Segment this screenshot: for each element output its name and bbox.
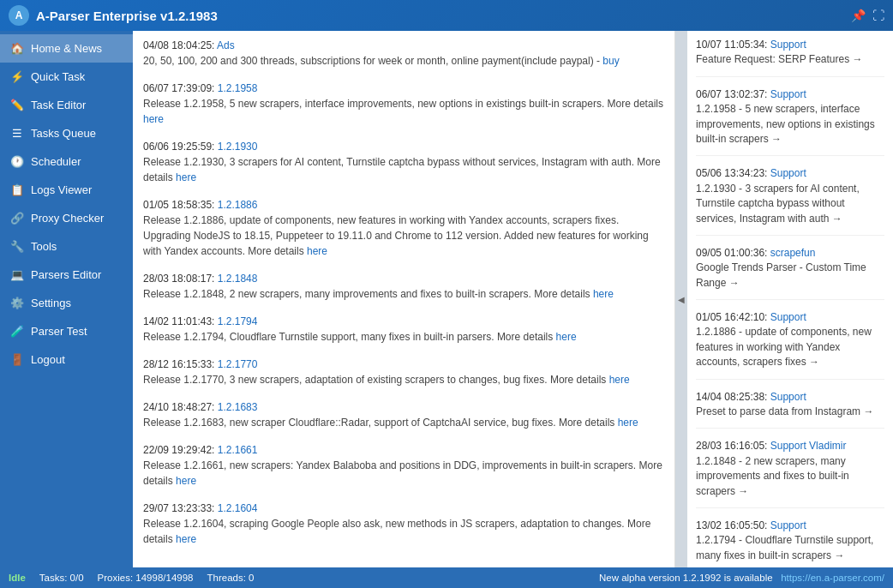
right-item-body: 1.2.1794 - Cloudflare Turnstile support,… [696,533,884,563]
sidebar-item-home-news[interactable]: 🏠 Home & News [0,34,133,63]
news-body: Release 1.2.1604, scraping Google People… [143,516,664,547]
sidebar-item-tasks-queue[interactable]: ☰ Tasks Queue [0,119,133,147]
scroll-toggle[interactable]: ◀ [675,31,687,567]
news-version-link[interactable]: 1.2.1794 [218,315,258,327]
sidebar-item-parsers-editor[interactable]: 💻 Parsers Editor [0,261,133,289]
tasks-count: Tasks: 0/0 [39,573,84,583]
pin-icon[interactable]: 📌 [851,9,866,22]
right-item-author: Support [770,39,806,51]
right-panel-item: 06/07 13:02:37: Support1.2.1958 - 5 new … [696,87,884,157]
sidebar-item-logs-viewer[interactable]: 📋 Logs Viewer [0,176,133,204]
news-detail-link[interactable]: here [556,331,577,343]
news-version-link[interactable]: Ads [217,39,235,51]
news-version-link[interactable]: 1.2.1886 [218,199,258,211]
news-item: 06/07 17:39:09: 1.2.1958Release 1.2.1958… [143,81,664,127]
news-detail-link[interactable]: here [176,475,196,487]
news-timestamp: 28/12 16:15:33: [143,358,218,370]
news-detail-link[interactable]: buy [602,55,619,67]
scroll-arrow-icon: ◀ [678,295,685,304]
tasks-queue-icon: ☰ [10,127,24,140]
news-header: 04/08 18:04:25: Ads [143,38,664,53]
news-timestamp: 14/02 11:01:43: [143,315,218,327]
news-panel[interactable]: 04/08 18:04:25: Ads20, 50, 100, 200 and … [133,31,675,567]
news-version-link[interactable]: 1.2.1848 [218,273,258,285]
right-item-header: 01/05 16:42:10: Support [696,310,884,325]
sidebar: 🏠 Home & News ⚡ Quick Task ✏️ Task Edito… [0,31,133,567]
news-detail-link[interactable]: here [307,245,327,257]
home-icon: 🏠 [10,42,24,55]
right-item-timestamp: 06/07 13:02:37: [696,88,770,100]
news-body: Release 1.2.1930, 3 scrapers for AI cont… [143,154,664,185]
sidebar-label-settings: Settings [31,297,71,309]
alpha-url-link[interactable]: https://en.a-parser.com/ [781,573,884,583]
news-timestamp: 06/06 19:25:59: [143,141,218,153]
news-detail-link[interactable]: here [176,171,196,183]
news-header: 22/09 19:29:42: 1.2.1661 [143,442,664,458]
content-area: 04/08 18:04:25: Ads20, 50, 100, 200 and … [133,31,893,567]
news-header: 06/06 19:25:59: 1.2.1930 [143,139,664,154]
right-item-header: 28/03 16:16:05: Support Vladimir [696,439,884,453]
news-detail-link[interactable]: here [143,113,164,125]
sidebar-item-logout[interactable]: 🚪 Logout [0,345,133,374]
news-detail-link[interactable]: here [609,374,630,386]
news-version-link[interactable]: 1.2.1604 [218,502,258,514]
sidebar-label-scheduler: Scheduler [31,155,81,168]
settings-icon: ⚙️ [10,297,24,309]
news-version-link[interactable]: 1.2.1958 [218,82,258,94]
right-item-author: scrapefun [770,247,816,259]
right-panel[interactable]: 10/07 11:05:34: SupportFeature Request: … [687,31,893,567]
sidebar-item-quick-task[interactable]: ⚡ Quick Task [0,63,133,91]
sidebar-item-task-editor[interactable]: ✏️ Task Editor [0,91,133,119]
news-body: Release 1.2.1770, 3 new scrapers, adapta… [143,372,664,387]
app-logo: A [9,5,29,26]
news-item: 24/10 18:48:27: 1.2.1683Release 1.2.1683… [143,399,664,430]
sidebar-item-scheduler[interactable]: 🕐 Scheduler [0,147,133,176]
right-item-body: 1.2.1848 - 2 new scrapers, many improvem… [696,454,884,499]
news-header: 01/05 18:58:35: 1.2.1886 [143,197,664,213]
news-item: 29/07 13:23:33: 1.2.1604Release 1.2.1604… [143,501,664,547]
app-title: A-Parser Enterprise v1.2.1983 [36,9,218,23]
news-header: 24/10 18:48:27: 1.2.1683 [143,399,664,415]
news-body: Release 1.2.1794, Cloudflare Turnstile s… [143,329,664,345]
news-timestamp: 24/10 18:48:27: [143,401,218,413]
news-item: 04/08 18:04:25: Ads20, 50, 100, 200 and … [143,38,664,69]
sidebar-item-tools[interactable]: 🔧 Tools [0,232,133,261]
task-editor-icon: ✏️ [10,99,24,111]
right-item-author: Support [770,311,806,323]
news-detail-link[interactable]: here [176,533,196,545]
news-version-link[interactable]: 1.2.1770 [218,358,258,370]
right-panel-item: 09/05 01:00:36: scrapefunGoogle Trends P… [696,246,884,300]
news-header: 29/07 13:23:33: 1.2.1604 [143,501,664,516]
right-item-header: 06/07 13:02:37: Support [696,87,884,102]
news-version-link[interactable]: 1.2.1661 [218,444,258,456]
sidebar-label-logout: Logout [31,353,65,366]
news-body: Release 1.2.1848, 2 new scrapers, many i… [143,286,664,302]
scheduler-icon: 🕐 [10,155,24,168]
news-item: 01/05 18:58:35: 1.2.1886Release 1.2.1886… [143,197,664,259]
right-item-timestamp: 05/06 13:34:23: [696,167,770,179]
sidebar-item-parser-test[interactable]: 🧪 Parser Test [0,317,133,345]
news-body: Release 1.2.1661, new scrapers: Yandex B… [143,458,664,489]
news-detail-link[interactable]: here [618,417,638,429]
right-item-author: Support [770,519,806,531]
sidebar-item-settings[interactable]: ⚙️ Settings [0,289,133,317]
sidebar-label-tools: Tools [31,240,57,253]
idle-status: Idle [9,573,26,583]
right-item-body: 1.2.1958 - 5 new scrapers, interface imp… [696,102,884,147]
news-version-link[interactable]: 1.2.1683 [218,401,258,413]
right-item-timestamp: 28/03 16:16:05: [696,440,770,452]
news-item: 28/03 18:08:17: 1.2.1848Release 1.2.1848… [143,271,664,302]
status-bar: Idle Tasks: 0/0 Proxies: 14998/14998 Thr… [0,567,893,588]
header: A A-Parser Enterprise v1.2.1983 📌 ⛶ [0,0,893,31]
maximize-icon[interactable]: ⛶ [872,9,884,22]
right-item-timestamp: 14/04 08:25:38: [696,391,770,403]
right-panel-item: 13/02 16:05:50: Support1.2.1794 - Cloudf… [696,519,884,567]
news-timestamp: 01/05 18:58:35: [143,199,218,211]
right-item-header: 14/04 08:25:38: Support [696,390,884,405]
news-detail-link[interactable]: here [593,288,614,300]
right-item-timestamp: 10/07 11:05:34: [696,39,770,51]
news-body: Release 1.2.1958, 5 new scrapers, interf… [143,96,664,127]
news-version-link[interactable]: 1.2.1930 [218,141,258,153]
sidebar-label-proxy-checker: Proxy Checker [31,212,104,225]
sidebar-item-proxy-checker[interactable]: 🔗 Proxy Checker [0,204,133,232]
